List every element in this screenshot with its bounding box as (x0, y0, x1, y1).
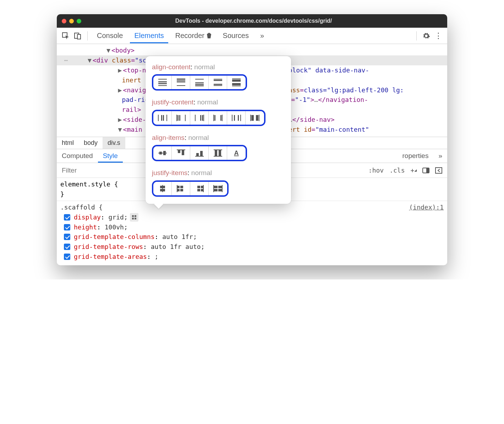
svg-rect-76 (214, 186, 218, 188)
collapse-icon[interactable]: ▼ (118, 125, 123, 135)
property-checkbox[interactable] (64, 214, 70, 221)
property-checkbox[interactable] (64, 224, 70, 230)
collapse-icon[interactable]: ▼ (88, 55, 93, 65)
css-property-row[interactable]: grid-template-columns: auto 1fr; (60, 232, 444, 242)
expand-icon[interactable]: ▶ (118, 65, 123, 75)
breadcrumb-item[interactable]: body (79, 137, 103, 149)
align-content-option[interactable] (172, 76, 190, 89)
css-property-row[interactable]: display: grid; (60, 212, 444, 222)
breadcrumb-item[interactable]: div.s (103, 137, 125, 149)
align-content-option[interactable] (227, 76, 246, 89)
option-pills: A (152, 145, 247, 161)
ellipsis-icon[interactable]: ⋯ (64, 56, 69, 64)
justify-items-option[interactable] (190, 182, 209, 195)
cls-button[interactable]: .cls (389, 167, 405, 174)
property-value[interactable]: ; (155, 252, 159, 262)
property-checkbox[interactable] (64, 254, 70, 260)
tree-row[interactable]: ▼<body> (60, 45, 444, 55)
gear-icon[interactable] (422, 31, 431, 40)
svg-rect-63 (160, 189, 162, 191)
svg-rect-12 (195, 84, 204, 85)
property-value[interactable]: auto 1fr auto; (151, 242, 205, 252)
align-items-option[interactable] (209, 146, 227, 160)
elements-tree[interactable]: ▼<body> ⋯ ▼<div class="scaffold"> grid =… (57, 44, 447, 137)
justify-content-option[interactable] (209, 111, 227, 125)
inspect-icon[interactable] (61, 31, 70, 40)
rule-selector[interactable]: .scaffold { (60, 202, 103, 212)
close-icon[interactable] (62, 19, 66, 23)
computed-toggle-icon[interactable] (422, 167, 429, 174)
popup-label: justify-content: normal (152, 97, 285, 107)
svg-rect-61 (160, 186, 162, 188)
property-value[interactable]: 100vh; (105, 222, 128, 232)
align-content-option[interactable] (190, 76, 209, 89)
new-rule-button[interactable]: +◢ (411, 167, 417, 174)
align-content-option[interactable] (209, 76, 227, 89)
property-checkbox[interactable] (64, 244, 70, 250)
popup-label: justify-items: normal (152, 168, 285, 178)
titlebar: DevTools - developer.chrome.com/docs/dev… (57, 14, 447, 28)
tab-elements[interactable]: Elements (130, 28, 168, 43)
css-property-row[interactable]: grid-template-rows: auto 1fr auto; (60, 242, 444, 252)
svg-rect-28 (179, 115, 180, 121)
css-property-row[interactable]: grid-template-areas: ; (60, 252, 444, 262)
justify-content-option[interactable] (172, 111, 190, 125)
justify-items-option[interactable] (153, 182, 172, 195)
tab-computed[interactable]: Computed (57, 149, 98, 163)
tab-more[interactable]: » (256, 28, 268, 43)
svg-rect-73 (197, 189, 200, 191)
align-items-option[interactable] (190, 146, 209, 160)
property-name[interactable]: grid-template-rows (74, 242, 143, 252)
property-checkbox[interactable] (64, 234, 70, 240)
align-items-option[interactable] (153, 146, 172, 160)
option-pills (152, 180, 229, 197)
tab-more[interactable]: » (433, 149, 447, 163)
justify-items-option[interactable] (209, 182, 227, 195)
justify-content-option[interactable] (227, 111, 246, 125)
grid-editor-popup: align-content: normaljustify-content: no… (146, 56, 291, 204)
align-content-option[interactable] (153, 76, 172, 89)
minimize-icon[interactable] (69, 19, 74, 23)
justify-content-option[interactable] (246, 111, 264, 125)
tab-recorder[interactable]: Recorder (171, 28, 216, 43)
maximize-icon[interactable] (77, 19, 81, 23)
svg-rect-86 (135, 215, 136, 217)
grid-editor-icon[interactable] (130, 213, 138, 222)
expand-icon[interactable]: ▶ (118, 85, 123, 95)
tab-console[interactable]: Console (93, 28, 127, 43)
property-value[interactable]: auto 1fr; (162, 232, 197, 242)
rule-source-link[interactable]: (index):1 (409, 202, 444, 212)
svg-rect-72 (201, 186, 203, 188)
tab-styles[interactable]: Style (98, 149, 123, 163)
svg-rect-64 (163, 189, 165, 191)
kebab-icon[interactable]: ⋮ (434, 31, 443, 40)
property-name[interactable]: display (74, 212, 101, 222)
tab-properties[interactable]: roperties (398, 149, 434, 163)
hov-button[interactable]: :hov (368, 167, 384, 174)
property-name[interactable]: grid-template-areas (74, 252, 147, 262)
device-toggle-icon[interactable] (73, 31, 82, 40)
breadcrumb-item[interactable]: html (57, 137, 79, 149)
align-items-option[interactable]: A (227, 146, 246, 160)
rule-header[interactable]: .scaffold { (index):1 (60, 202, 444, 212)
svg-rect-51 (182, 150, 184, 155)
justify-items-option[interactable] (172, 182, 190, 195)
collapse-icon[interactable]: ▼ (106, 45, 111, 55)
property-value[interactable]: grid; (109, 212, 128, 222)
svg-rect-2 (77, 34, 81, 39)
justify-content-option[interactable] (153, 111, 172, 125)
svg-rect-67 (180, 186, 183, 188)
expand-icon[interactable]: ▶ (118, 115, 123, 125)
property-name[interactable]: height (74, 222, 97, 232)
svg-rect-7 (177, 80, 185, 81)
svg-rect-83 (426, 168, 429, 173)
justify-content-option[interactable] (190, 111, 209, 125)
property-name[interactable]: grid-template-columns (74, 232, 155, 242)
sidebar-toggle-icon[interactable] (435, 167, 442, 174)
tab-sources[interactable]: Sources (219, 28, 253, 43)
svg-rect-35 (214, 115, 215, 121)
align-items-option[interactable] (172, 146, 190, 160)
svg-rect-57 (219, 150, 221, 156)
svg-rect-39 (234, 115, 235, 121)
css-property-row[interactable]: height: 100vh; (60, 222, 444, 232)
